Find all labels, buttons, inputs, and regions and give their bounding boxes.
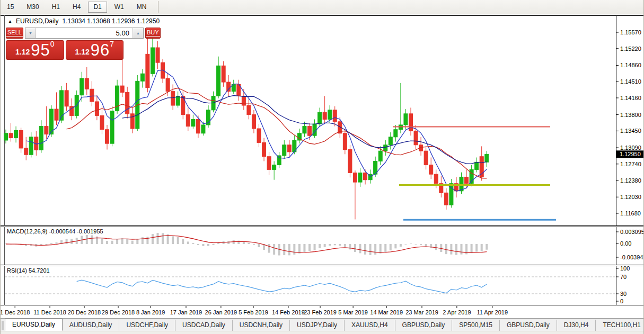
- candle-body: [308, 127, 312, 136]
- chart-tab-usdchf-daily[interactable]: USDCHF,Daily: [119, 320, 175, 331]
- timeframe-button-15[interactable]: 15: [2, 2, 19, 13]
- candle-body: [186, 115, 190, 127]
- macd-histogram-bar: [400, 244, 402, 247]
- macd-histogram-bar: [384, 244, 386, 252]
- timeframe-button-w1[interactable]: W1: [109, 2, 129, 13]
- macd-histogram-bar: [390, 244, 392, 250]
- date-axis[interactable]: 1 Dec 201811 Dec 201820 Dec 201829 Dec 2…: [1, 306, 644, 318]
- macd-histogram-bar: [283, 244, 285, 255]
- buy-price-button[interactable]: 1.12967: [66, 40, 124, 60]
- candle-body: [171, 92, 175, 105]
- chart-tab-sp500-m15[interactable]: SP500,M15: [452, 320, 500, 331]
- chart-tab-eurusd-daily[interactable]: EURUSD,Daily: [5, 319, 63, 331]
- date-axis-label: 17 Jan 2019: [170, 309, 202, 315]
- candle-body: [146, 54, 149, 87]
- macd-axis-label: 0.00: [620, 240, 631, 247]
- macd-histogram-bar: [50, 243, 52, 244]
- macd-histogram-bar: [268, 244, 270, 253]
- date-axis-label: 23 Feb 2019: [304, 309, 337, 315]
- macd-histogram-bar: [66, 239, 68, 244]
- chart-tab-gbpusd-daily[interactable]: GBPUSD,Daily: [500, 320, 557, 331]
- chart-tab-gbpusd-daily[interactable]: GBPUSD,Daily: [395, 320, 453, 331]
- candle-body: [267, 157, 271, 170]
- candle-body: [364, 173, 367, 180]
- macd-histogram-bar: [233, 240, 235, 244]
- macd-histogram-bar: [136, 239, 138, 244]
- candle-body: [196, 119, 200, 133]
- macd-panel[interactable]: MACD(12,26,9) -0.000544 -0.001955 0.0030…: [1, 227, 644, 265]
- timeframe-button-h4[interactable]: H4: [67, 2, 86, 13]
- sell-button[interactable]: SELL: [6, 28, 23, 39]
- macd-histogram-bar: [435, 244, 437, 250]
- price-axis-label: 1.14160: [620, 95, 641, 101]
- collapse-triangle-icon[interactable]: ▲: [8, 19, 12, 24]
- timeframe-button-mn[interactable]: MN: [131, 2, 152, 13]
- macd-histogram-bar: [374, 244, 376, 255]
- candle-body: [444, 193, 448, 205]
- macd-histogram-bar: [106, 241, 108, 244]
- macd-histogram-bar: [202, 244, 204, 246]
- candle-body: [80, 78, 84, 95]
- candle-body: [343, 133, 347, 150]
- macd-histogram-bar: [339, 244, 341, 246]
- candle-body: [434, 174, 438, 184]
- chart-tab-usdjpy-daily[interactable]: USDJPY,Daily: [290, 320, 345, 331]
- candle-body: [126, 92, 129, 113]
- volume-decrease-button[interactable]: ▼: [25, 28, 36, 38]
- rsi-panel[interactable]: RSI(14) 54.7201 10070300: [1, 266, 644, 305]
- date-axis-label: 5 Feb 2019: [239, 309, 268, 315]
- rsi-axis-label: 30: [620, 291, 627, 297]
- macd-histogram-bar: [146, 237, 148, 244]
- macd-histogram-bar: [410, 243, 412, 244]
- date-axis-label: 2 Apr 2019: [443, 309, 471, 315]
- chart-title: ▲ EURUSD,Daily 1.13034 1.13068 1.12936 1…: [8, 17, 160, 25]
- candle-body: [460, 177, 463, 191]
- price-axis-label: 1.12740: [620, 161, 641, 167]
- candle-body: [105, 130, 109, 143]
- candle-body: [353, 173, 357, 183]
- macd-histogram-bar: [344, 244, 346, 247]
- candle-body: [29, 137, 33, 155]
- candle-body: [227, 82, 231, 92]
- candle-body: [19, 131, 23, 148]
- candle-body: [394, 130, 398, 137]
- timeframe-button-m30[interactable]: M30: [21, 2, 44, 13]
- timeframe-button-h1[interactable]: H1: [47, 2, 65, 13]
- macd-histogram-bar: [359, 244, 361, 253]
- timeframe-button-d1[interactable]: D1: [88, 2, 107, 13]
- chart-tab-xauusd-h4[interactable]: XAUUSD,H4: [345, 320, 395, 331]
- candle-body: [100, 115, 104, 129]
- candle-body: [9, 133, 13, 138]
- candle-body: [358, 173, 362, 183]
- macd-histogram-bar: [334, 244, 336, 245]
- chart-ohlc-values: 1.13034 1.13068 1.12936 1.12950: [63, 17, 160, 25]
- candle-body: [429, 165, 433, 175]
- volume-increase-button[interactable]: ▲: [133, 28, 143, 38]
- macd-histogram-bar: [207, 244, 209, 246]
- sell-price-prefix: 1.12: [15, 46, 30, 58]
- macd-histogram-bar: [177, 237, 179, 244]
- buy-button-label: BUY: [146, 30, 160, 37]
- rsi-canvas[interactable]: [1, 266, 644, 305]
- macd-histogram-bar: [162, 233, 164, 244]
- candle-body: [95, 102, 99, 115]
- candle-body: [465, 177, 469, 183]
- chart-tab-usdcnh-daily[interactable]: USDCNH,Daily: [233, 320, 290, 331]
- date-axis-label: 1 Dec 2018: [1, 309, 30, 315]
- sell-price-button[interactable]: 1.12950: [6, 40, 64, 60]
- candle-body: [313, 124, 316, 136]
- sell-price-main: 95: [31, 42, 50, 58]
- volume-stepper: ▼ ▲: [25, 28, 144, 39]
- chart-tab-tech100-h1[interactable]: TECH100,H1: [596, 320, 644, 331]
- macd-axis-label: -0.003947: [620, 254, 644, 260]
- macd-histogram-bar: [445, 244, 447, 254]
- date-axis-label: 29 Dec 2018: [102, 309, 135, 315]
- buy-button[interactable]: BUY: [145, 28, 161, 39]
- chart-symbol-label: EURUSD,Daily: [16, 17, 59, 25]
- candle-body: [303, 127, 306, 133]
- price-axis-label: 1.12030: [620, 194, 641, 200]
- chart-tab-dj30-h4[interactable]: DJ30,H4: [557, 320, 596, 331]
- chart-tab-usdcad-daily[interactable]: USDCAD,Daily: [175, 320, 233, 331]
- candle-body: [247, 105, 251, 115]
- chart-tab-audusd-daily[interactable]: AUDUSD,Daily: [63, 320, 120, 331]
